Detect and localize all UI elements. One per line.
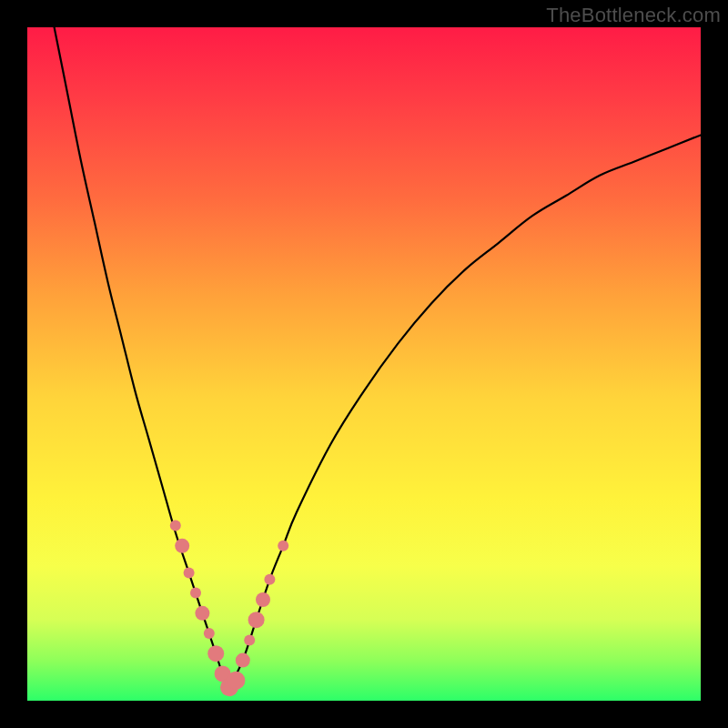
- marker-point: [256, 592, 270, 607]
- marker-point: [190, 588, 201, 599]
- marker-point: [175, 539, 189, 553]
- marker-point: [184, 567, 195, 578]
- marker-point: [227, 672, 245, 690]
- chart-frame: TheBottleneck.com: [0, 0, 728, 728]
- marker-point: [244, 634, 255, 645]
- plot-area: [27, 27, 701, 701]
- marker-point: [236, 653, 250, 668]
- series-bottleneck-left: [55, 27, 229, 687]
- marker-point: [207, 645, 224, 662]
- marker-point: [248, 612, 265, 628]
- marker-point: [278, 541, 288, 551]
- watermark-text: TheBottleneck.com: [546, 4, 721, 27]
- marker-point: [264, 574, 275, 585]
- series-bottleneck-right: [229, 135, 701, 687]
- marker-point: [170, 521, 181, 531]
- curve-layer: [27, 27, 701, 701]
- marker-point: [195, 606, 209, 621]
- marker-point: [204, 628, 215, 639]
